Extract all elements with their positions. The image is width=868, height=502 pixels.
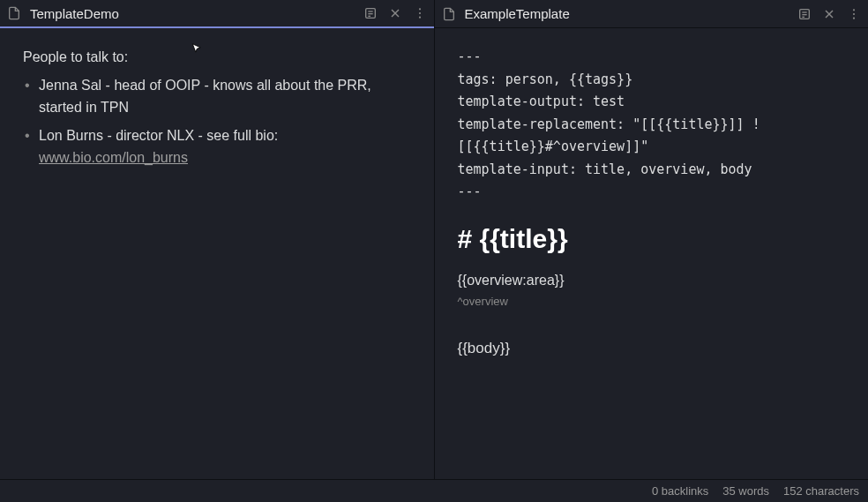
status-chars[interactable]: 152 characters	[783, 484, 859, 498]
tab-header-left[interactable]: TemplateDemo	[0, 0, 434, 28]
tab-header-right[interactable]: ExampleTemplate	[435, 0, 869, 28]
close-icon[interactable]	[388, 6, 402, 20]
svg-point-6	[418, 8, 420, 10]
file-icon	[7, 6, 21, 20]
svg-point-8	[418, 17, 420, 19]
pane-right: ExampleTemplate	[435, 0, 869, 479]
tab-actions	[363, 6, 427, 20]
svg-point-15	[853, 9, 855, 11]
status-words[interactable]: 35 words	[722, 484, 769, 498]
template-h1: # {{title}}	[458, 218, 846, 260]
list-item: Lon Burns - director NLX - see full bio:…	[23, 124, 411, 169]
svg-point-16	[853, 12, 855, 14]
tab-actions	[797, 7, 861, 21]
editor-content-left[interactable]: People to talk to: Jenna Sal - head of O…	[0, 28, 434, 479]
bullet-list: Jenna Sal - head of OOIP - knows all abo…	[23, 74, 411, 169]
tab-title: ExampleTemplate	[465, 6, 798, 21]
editor-content-right[interactable]: --- tags: person, {{tags}} template-outp…	[435, 28, 869, 479]
svg-point-17	[853, 17, 855, 19]
list-item-text: Lon Burns - director NLX - see full bio:	[39, 128, 278, 143]
frontmatter-block: --- tags: person, {{tags}} template-outp…	[458, 46, 846, 204]
status-backlinks[interactable]: 0 backlinks	[652, 484, 708, 498]
more-options-icon[interactable]	[847, 7, 861, 21]
file-icon	[442, 7, 456, 21]
overview-placeholder: {{overview:area}}	[458, 269, 846, 292]
content-heading: People to talk to:	[23, 46, 411, 69]
reading-mode-icon[interactable]	[363, 6, 378, 20]
tab-title: TemplateDemo	[30, 6, 363, 21]
list-item: Jenna Sal - head of OOIP - knows all abo…	[23, 74, 411, 119]
more-options-icon[interactable]	[413, 6, 427, 20]
overview-ref: ^overview	[458, 293, 846, 311]
pane-left: TemplateDemo	[0, 0, 435, 479]
close-icon[interactable]	[822, 7, 836, 21]
body-placeholder: {{body}}	[458, 336, 846, 360]
external-link[interactable]: www.bio.com/lon_burns	[39, 150, 188, 165]
status-bar: 0 backlinks 35 words 152 characters	[0, 479, 868, 502]
svg-point-7	[418, 12, 420, 14]
reading-mode-icon[interactable]	[797, 7, 812, 21]
list-item-text: Jenna Sal - head of OOIP - knows all abo…	[39, 78, 371, 116]
